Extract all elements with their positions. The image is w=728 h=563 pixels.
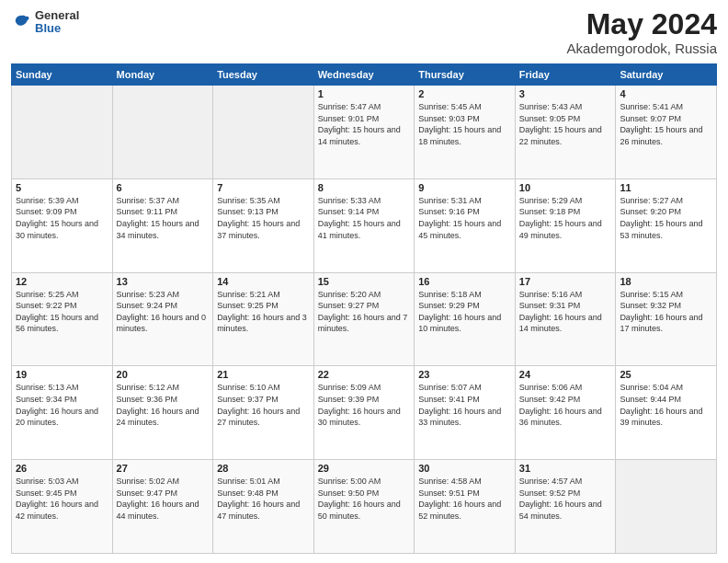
table-row: 30 Sunrise: 4:58 AMSunset: 9:51 PMDaylig… bbox=[415, 460, 516, 554]
day-detail: Sunrise: 5:07 AMSunset: 9:41 PMDaylight:… bbox=[418, 382, 511, 428]
table-row: 3 Sunrise: 5:43 AMSunset: 9:05 PMDayligh… bbox=[515, 86, 616, 179]
table-row: 5 Sunrise: 5:39 AMSunset: 9:09 PMDayligh… bbox=[12, 178, 113, 272]
table-row: 26 Sunrise: 5:03 AMSunset: 9:45 PMDaylig… bbox=[12, 460, 113, 554]
page: General Blue May 2024 Akademgorodok, Rus… bbox=[0, 0, 728, 563]
day-number: 10 bbox=[519, 182, 612, 193]
table-row: 12 Sunrise: 5:25 AMSunset: 9:22 PMDaylig… bbox=[12, 272, 113, 366]
day-detail: Sunrise: 5:09 AMSunset: 9:39 PMDaylight:… bbox=[318, 382, 411, 428]
logo-blue: Blue bbox=[35, 22, 79, 35]
day-detail: Sunrise: 5:25 AMSunset: 9:22 PMDaylight:… bbox=[16, 289, 108, 335]
day-detail: Sunrise: 5:12 AMSunset: 9:36 PMDaylight:… bbox=[117, 382, 210, 428]
col-thursday: Thursday bbox=[415, 64, 516, 86]
table-row: 13 Sunrise: 5:23 AMSunset: 9:24 PMDaylig… bbox=[112, 272, 213, 366]
day-number: 11 bbox=[620, 182, 712, 193]
day-detail: Sunrise: 5:23 AMSunset: 9:24 PMDaylight:… bbox=[117, 289, 210, 335]
logo-general: General bbox=[35, 9, 79, 22]
day-number: 30 bbox=[418, 463, 511, 474]
logo: General Blue bbox=[11, 9, 79, 36]
table-row bbox=[213, 86, 314, 179]
day-number: 16 bbox=[418, 276, 511, 287]
table-row: 27 Sunrise: 5:02 AMSunset: 9:47 PMDaylig… bbox=[112, 460, 213, 554]
table-row: 29 Sunrise: 5:00 AMSunset: 9:50 PMDaylig… bbox=[313, 460, 415, 554]
day-detail: Sunrise: 5:37 AMSunset: 9:11 PMDaylight:… bbox=[117, 195, 210, 241]
week-row-0: 1 Sunrise: 5:47 AMSunset: 9:01 PMDayligh… bbox=[12, 86, 717, 179]
table-row: 7 Sunrise: 5:35 AMSunset: 9:13 PMDayligh… bbox=[213, 178, 314, 272]
table-row: 1 Sunrise: 5:47 AMSunset: 9:01 PMDayligh… bbox=[313, 86, 415, 179]
day-number: 14 bbox=[217, 276, 310, 287]
day-detail: Sunrise: 5:21 AMSunset: 9:25 PMDaylight:… bbox=[217, 289, 310, 335]
table-row: 16 Sunrise: 5:18 AMSunset: 9:29 PMDaylig… bbox=[415, 272, 516, 366]
day-detail: Sunrise: 5:31 AMSunset: 9:16 PMDaylight:… bbox=[418, 195, 511, 241]
day-number: 2 bbox=[418, 88, 511, 99]
calendar-table: Sunday Monday Tuesday Wednesday Thursday… bbox=[11, 63, 717, 554]
col-tuesday: Tuesday bbox=[213, 64, 314, 86]
table-row: 11 Sunrise: 5:27 AMSunset: 9:20 PMDaylig… bbox=[616, 178, 717, 272]
day-detail: Sunrise: 5:35 AMSunset: 9:13 PMDaylight:… bbox=[217, 195, 310, 241]
day-detail: Sunrise: 5:16 AMSunset: 9:31 PMDaylight:… bbox=[519, 289, 612, 335]
day-detail: Sunrise: 5:15 AMSunset: 9:32 PMDaylight:… bbox=[620, 289, 712, 335]
day-number: 5 bbox=[16, 182, 108, 193]
logo-bird-icon bbox=[11, 12, 31, 32]
table-row: 10 Sunrise: 5:29 AMSunset: 9:18 PMDaylig… bbox=[515, 178, 616, 272]
day-number: 4 bbox=[620, 88, 712, 99]
header: General Blue May 2024 Akademgorodok, Rus… bbox=[11, 9, 717, 56]
day-number: 26 bbox=[16, 463, 108, 474]
day-detail: Sunrise: 4:58 AMSunset: 9:51 PMDaylight:… bbox=[418, 476, 511, 522]
calendar-location: Akademgorodok, Russia bbox=[567, 40, 717, 56]
day-detail: Sunrise: 5:06 AMSunset: 9:42 PMDaylight:… bbox=[519, 382, 612, 428]
week-row-3: 19 Sunrise: 5:13 AMSunset: 9:34 PMDaylig… bbox=[12, 366, 717, 460]
calendar-title: May 2024 bbox=[567, 9, 717, 39]
day-detail: Sunrise: 5:45 AMSunset: 9:03 PMDaylight:… bbox=[418, 101, 511, 147]
day-number: 23 bbox=[418, 369, 511, 380]
table-row: 2 Sunrise: 5:45 AMSunset: 9:03 PMDayligh… bbox=[415, 86, 516, 179]
day-detail: Sunrise: 5:18 AMSunset: 9:29 PMDaylight:… bbox=[418, 289, 511, 335]
day-number: 13 bbox=[117, 276, 210, 287]
day-number: 21 bbox=[217, 369, 310, 380]
day-detail: Sunrise: 5:47 AMSunset: 9:01 PMDaylight:… bbox=[318, 101, 411, 147]
day-detail: Sunrise: 5:33 AMSunset: 9:14 PMDaylight:… bbox=[318, 195, 411, 241]
day-number: 27 bbox=[117, 463, 210, 474]
col-saturday: Saturday bbox=[616, 64, 717, 86]
table-row: 6 Sunrise: 5:37 AMSunset: 9:11 PMDayligh… bbox=[112, 178, 213, 272]
table-row: 28 Sunrise: 5:01 AMSunset: 9:48 PMDaylig… bbox=[213, 460, 314, 554]
day-number: 18 bbox=[620, 276, 712, 287]
day-detail: Sunrise: 5:20 AMSunset: 9:27 PMDaylight:… bbox=[318, 289, 411, 335]
col-wednesday: Wednesday bbox=[313, 64, 415, 86]
day-number: 15 bbox=[318, 276, 411, 287]
day-detail: Sunrise: 5:43 AMSunset: 9:05 PMDaylight:… bbox=[519, 101, 612, 147]
day-number: 12 bbox=[16, 276, 108, 287]
col-sunday: Sunday bbox=[12, 64, 113, 86]
table-row: 20 Sunrise: 5:12 AMSunset: 9:36 PMDaylig… bbox=[112, 366, 213, 460]
table-row: 9 Sunrise: 5:31 AMSunset: 9:16 PMDayligh… bbox=[415, 178, 516, 272]
day-number: 17 bbox=[519, 276, 612, 287]
day-number: 3 bbox=[519, 88, 612, 99]
week-row-4: 26 Sunrise: 5:03 AMSunset: 9:45 PMDaylig… bbox=[12, 460, 717, 554]
col-friday: Friday bbox=[515, 64, 616, 86]
table-row: 8 Sunrise: 5:33 AMSunset: 9:14 PMDayligh… bbox=[313, 178, 415, 272]
table-row: 15 Sunrise: 5:20 AMSunset: 9:27 PMDaylig… bbox=[313, 272, 415, 366]
table-row bbox=[12, 86, 113, 179]
calendar-header-row: Sunday Monday Tuesday Wednesday Thursday… bbox=[12, 64, 717, 86]
day-number: 22 bbox=[318, 369, 411, 380]
day-number: 20 bbox=[117, 369, 210, 380]
day-number: 6 bbox=[117, 182, 210, 193]
table-row: 25 Sunrise: 5:04 AMSunset: 9:44 PMDaylig… bbox=[616, 366, 717, 460]
table-row: 22 Sunrise: 5:09 AMSunset: 9:39 PMDaylig… bbox=[313, 366, 415, 460]
table-row: 21 Sunrise: 5:10 AMSunset: 9:37 PMDaylig… bbox=[213, 366, 314, 460]
week-row-2: 12 Sunrise: 5:25 AMSunset: 9:22 PMDaylig… bbox=[12, 272, 717, 366]
day-number: 9 bbox=[418, 182, 511, 193]
day-number: 28 bbox=[217, 463, 310, 474]
day-detail: Sunrise: 5:01 AMSunset: 9:48 PMDaylight:… bbox=[217, 476, 310, 522]
day-number: 25 bbox=[620, 369, 712, 380]
table-row: 19 Sunrise: 5:13 AMSunset: 9:34 PMDaylig… bbox=[12, 366, 113, 460]
day-detail: Sunrise: 5:41 AMSunset: 9:07 PMDaylight:… bbox=[620, 101, 712, 147]
day-detail: Sunrise: 5:03 AMSunset: 9:45 PMDaylight:… bbox=[16, 476, 108, 522]
day-detail: Sunrise: 5:29 AMSunset: 9:18 PMDaylight:… bbox=[519, 195, 612, 241]
day-detail: Sunrise: 5:39 AMSunset: 9:09 PMDaylight:… bbox=[16, 195, 108, 241]
day-detail: Sunrise: 5:13 AMSunset: 9:34 PMDaylight:… bbox=[16, 382, 108, 428]
title-block: May 2024 Akademgorodok, Russia bbox=[567, 9, 717, 56]
day-number: 19 bbox=[16, 369, 108, 380]
day-detail: Sunrise: 5:10 AMSunset: 9:37 PMDaylight:… bbox=[217, 382, 310, 428]
day-detail: Sunrise: 5:00 AMSunset: 9:50 PMDaylight:… bbox=[318, 476, 411, 522]
table-row: 14 Sunrise: 5:21 AMSunset: 9:25 PMDaylig… bbox=[213, 272, 314, 366]
